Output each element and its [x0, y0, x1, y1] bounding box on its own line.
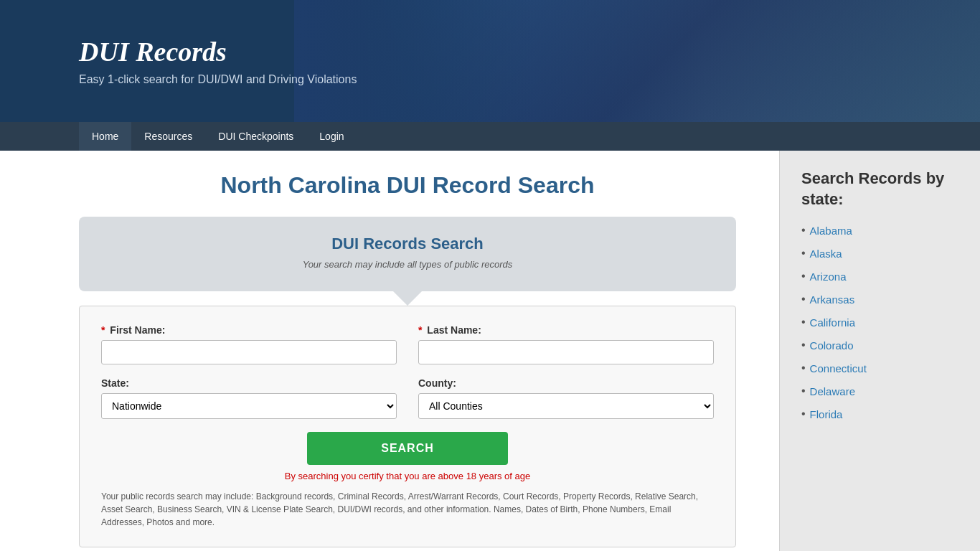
state-link-alabama[interactable]: Alabama: [810, 225, 852, 237]
state-list: Alabama Alaska Arizona Arkansas Californ…: [801, 224, 958, 420]
list-item: Alaska: [801, 247, 958, 260]
search-box-subtitle: Your search may include all types of pub…: [100, 259, 715, 270]
state-link-arkansas[interactable]: Arkansas: [810, 293, 855, 306]
state-link-alaska[interactable]: Alaska: [810, 248, 842, 260]
nav-home[interactable]: Home: [79, 122, 131, 151]
list-item: Arkansas: [801, 293, 958, 306]
list-item: California: [801, 316, 958, 329]
header-overlay: [294, 0, 980, 122]
nav-login[interactable]: Login: [306, 122, 357, 151]
state-link-california[interactable]: California: [810, 316, 855, 329]
county-group: County: All Counties: [418, 377, 714, 419]
search-button[interactable]: SEARCH: [307, 432, 508, 465]
state-link-connecticut[interactable]: Connecticut: [810, 362, 867, 375]
search-form: * First Name: * Last Name: State:: [79, 306, 736, 547]
state-select[interactable]: Nationwide: [101, 393, 397, 419]
site-subtitle: Easy 1-click search for DUI/DWI and Driv…: [79, 73, 357, 86]
header-content: DUI Records Easy 1-click search for DUI/…: [79, 36, 357, 86]
first-name-label: * First Name:: [101, 324, 397, 336]
first-name-input[interactable]: [101, 340, 397, 364]
main-nav: Home Resources DUI Checkpoints Login: [0, 122, 980, 151]
required-star-first: *: [101, 324, 105, 336]
list-item: Florida: [801, 408, 958, 420]
sidebar: Search Records by state: Alabama Alaska …: [779, 151, 980, 551]
required-star-last: *: [418, 324, 422, 336]
list-item: Colorado: [801, 339, 958, 352]
state-link-arizona[interactable]: Arizona: [810, 270, 847, 283]
state-link-florida[interactable]: Florida: [810, 408, 843, 420]
search-box-header: DUI Records Search Your search may inclu…: [79, 217, 736, 291]
page-title: North Carolina DUI Record Search: [79, 172, 736, 199]
county-select[interactable]: All Counties: [418, 393, 714, 419]
state-group: State: Nationwide: [101, 377, 397, 419]
sidebar-title: Search Records by state:: [801, 169, 958, 209]
last-name-label: * Last Name:: [418, 324, 714, 336]
list-item: Delaware: [801, 385, 958, 397]
county-label: County:: [418, 377, 714, 389]
content-area: North Carolina DUI Record Search DUI Rec…: [0, 151, 779, 551]
nav-dui-checkpoints[interactable]: DUI Checkpoints: [205, 122, 306, 151]
header: DUI Records Easy 1-click search for DUI/…: [0, 0, 980, 122]
state-link-delaware[interactable]: Delaware: [810, 385, 855, 397]
search-box-arrow: [393, 291, 422, 306]
list-item: Arizona: [801, 270, 958, 283]
first-name-group: * First Name:: [101, 324, 397, 364]
last-name-input[interactable]: [418, 340, 714, 364]
nav-resources[interactable]: Resources: [131, 122, 205, 151]
state-link-colorado[interactable]: Colorado: [810, 339, 854, 352]
name-row: * First Name: * Last Name:: [101, 324, 714, 364]
search-box-title: DUI Records Search: [100, 235, 715, 253]
site-title: DUI Records: [79, 36, 357, 67]
disclaimer-text: Your public records search may include: …: [101, 490, 714, 529]
state-label: State:: [101, 377, 397, 389]
list-item: Connecticut: [801, 362, 958, 375]
list-item: Alabama: [801, 224, 958, 237]
location-row: State: Nationwide County: All Counties: [101, 377, 714, 419]
main-container: North Carolina DUI Record Search DUI Rec…: [0, 151, 980, 551]
age-notice: By searching you certify that you are ab…: [101, 471, 714, 481]
last-name-group: * Last Name:: [418, 324, 714, 364]
